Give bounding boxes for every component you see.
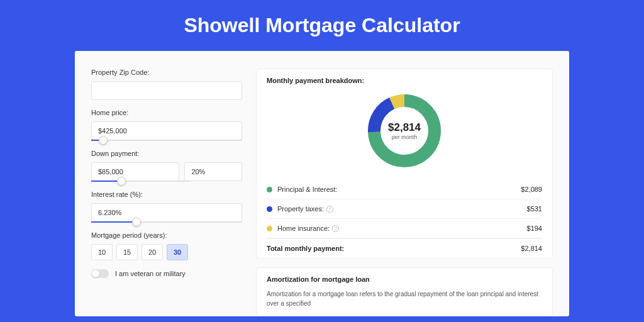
help-icon[interactable]: ? (326, 206, 333, 213)
slider-thumb-icon[interactable] (99, 136, 108, 145)
line-label-text: Principal & Interest: (277, 186, 337, 193)
line-label-text: Property taxes: (277, 205, 324, 213)
line-item-insurance: Home insurance: ? $194 (267, 219, 542, 238)
interest-slider[interactable] (91, 221, 242, 223)
line-item-taxes: Property taxes: ? $531 (267, 199, 542, 219)
total-row: Total monthly payment: $2,814 (267, 238, 542, 258)
breakdown-panel: Monthly payment breakdown: $2,814 per (256, 69, 553, 258)
total-label: Total monthly payment: (267, 245, 521, 252)
calculator-card: Property Zip Code: Home price: $425,000 … (75, 51, 569, 316)
period-label: Mortgage period (years): (91, 231, 242, 239)
interest-group: Interest rate (%): 6.230% (91, 191, 242, 223)
line-label: Principal & Interest: (277, 186, 521, 193)
slider-thumb-icon[interactable] (132, 218, 141, 226)
slider-thumb-icon[interactable] (117, 177, 126, 186)
down-payment-slider[interactable] (91, 180, 191, 182)
interest-input[interactable]: 6.230% (91, 203, 242, 222)
donut-wrap: $2,814 per month (267, 92, 542, 170)
interest-label: Interest rate (%): (91, 191, 242, 198)
line-item-principal: Principal & Interest: $2,089 (267, 180, 542, 199)
home-price-input[interactable]: $425,000 (91, 121, 242, 140)
line-value: $194 (527, 225, 542, 232)
donut-amount: $2,814 (388, 121, 421, 134)
down-payment-pct-input[interactable]: 20% (184, 162, 242, 181)
period-buttons: 10 15 20 30 (91, 244, 242, 260)
home-price-slider[interactable] (91, 140, 242, 141)
veteran-row: I am veteran or military (91, 269, 242, 278)
veteran-toggle[interactable] (91, 269, 109, 278)
down-payment-group: Down payment: $85,000 20% (91, 150, 242, 182)
total-value: $2,814 (521, 245, 542, 252)
period-btn-20[interactable]: 20 (142, 244, 163, 260)
form-panel: Property Zip Code: Home price: $425,000 … (91, 69, 242, 316)
amortization-panel: Amortization for mortgage loan Amortizat… (256, 267, 553, 316)
veteran-label: I am veteran or military (115, 270, 186, 277)
breakdown-title: Monthly payment breakdown: (267, 77, 542, 84)
line-label-text: Home insurance: (277, 225, 330, 232)
period-group: Mortgage period (years): 10 15 20 30 (91, 231, 242, 260)
page-title: Showell Mortgage Calculator (0, 14, 644, 37)
toggle-knob-icon (92, 270, 99, 277)
down-payment-input[interactable]: $85,000 (91, 162, 179, 181)
zip-group: Property Zip Code: (91, 69, 242, 100)
home-price-label: Home price: (91, 109, 242, 116)
dot-icon (267, 187, 272, 192)
amortization-body: Amortization for a mortgage loan refers … (267, 289, 542, 308)
donut-center: $2,814 per month (365, 92, 443, 170)
period-btn-10[interactable]: 10 (91, 244, 113, 260)
help-icon[interactable]: ? (332, 225, 339, 232)
amortization-title: Amortization for mortgage loan (267, 275, 542, 283)
line-value: $2,089 (521, 186, 542, 193)
line-label: Property taxes: ? (277, 205, 527, 213)
donut-sub: per month (392, 134, 418, 140)
down-payment-label: Down payment: (91, 150, 242, 157)
home-price-group: Home price: $425,000 (91, 109, 242, 141)
period-btn-30[interactable]: 30 (167, 244, 188, 260)
donut-chart: $2,814 per month (365, 92, 443, 170)
line-label: Home insurance: ? (277, 225, 527, 232)
zip-input[interactable] (91, 81, 242, 100)
line-value: $531 (527, 205, 542, 213)
zip-label: Property Zip Code: (91, 69, 242, 76)
right-column: Monthly payment breakdown: $2,814 per (256, 69, 553, 316)
dot-icon (267, 226, 272, 231)
dot-icon (267, 206, 272, 212)
period-btn-15[interactable]: 15 (116, 244, 138, 260)
